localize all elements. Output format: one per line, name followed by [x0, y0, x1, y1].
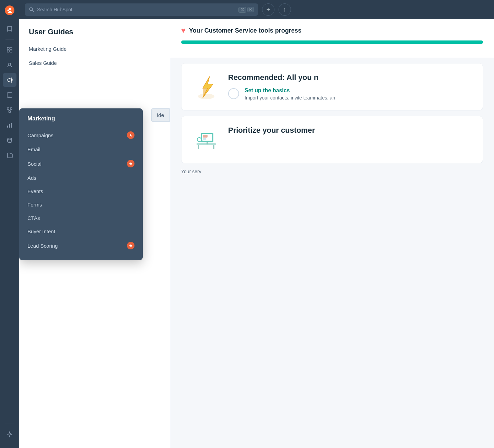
- svg-point-22: [8, 138, 12, 140]
- menu-item-events[interactable]: Events: [19, 185, 143, 198]
- progress-section: ♥ Your Customer Service tools progress: [170, 19, 494, 58]
- sidebar-item-files[interactable]: [3, 149, 16, 162]
- social-upgrade-badge: [127, 160, 134, 167]
- sidebar-item-automation[interactable]: [3, 103, 16, 117]
- heart-icon: ♥: [181, 26, 186, 35]
- step-circle-basics[interactable]: [228, 88, 239, 99]
- campaigns-label: Campaigns: [27, 132, 54, 138]
- search-bar[interactable]: ⌘ K: [25, 3, 258, 16]
- lightning-icon-area: [192, 73, 220, 101]
- card-inner-prioritize: Prioritize your customer: [192, 126, 472, 153]
- lightning-bolt-icon: [192, 73, 220, 101]
- progress-title-text: Your Customer Service tools progress: [189, 27, 302, 34]
- campaigns-upgrade-badge: [127, 131, 134, 139]
- svg-point-25: [198, 94, 214, 99]
- sidebar-item-reports[interactable]: [3, 118, 16, 132]
- social-label: Social: [27, 161, 42, 167]
- lead-scoring-upgrade-badge: [127, 242, 134, 249]
- user-guides-title: User Guides: [19, 27, 170, 42]
- svg-point-0: [5, 5, 14, 15]
- footer-text: Your serv: [170, 169, 494, 180]
- sidebar-item-marketing[interactable]: [3, 73, 16, 87]
- menu-item-lead-scoring[interactable]: Lead Scoring: [19, 238, 143, 253]
- svg-rect-13: [10, 108, 12, 109]
- svg-rect-35: [203, 138, 206, 140]
- events-label: Events: [27, 188, 43, 194]
- svg-rect-29: [197, 143, 216, 145]
- hubspot-logo[interactable]: [3, 4, 16, 16]
- menu-item-email[interactable]: Email: [19, 143, 143, 156]
- prioritize-title: Prioritize your customer: [228, 126, 472, 135]
- svg-rect-5: [10, 50, 12, 52]
- menu-item-buyer-intent[interactable]: Buyer Intent: [19, 225, 143, 238]
- menu-item-forms[interactable]: Forms: [19, 198, 143, 211]
- svg-point-37: [197, 138, 201, 142]
- svg-rect-21: [11, 123, 12, 128]
- marketing-menu: Marketing Campaigns Email Social Ads E: [19, 108, 143, 260]
- step-title-basics: Set up the basics: [245, 87, 472, 94]
- keyboard-shortcut-badge: ⌘ K: [238, 7, 254, 13]
- progress-bar-fill: [181, 40, 483, 44]
- sidebar-item-content[interactable]: [3, 88, 16, 102]
- menu-item-ctas[interactable]: CTAs: [19, 211, 143, 225]
- svg-rect-2: [7, 47, 9, 49]
- svg-rect-30: [198, 145, 199, 149]
- lead-scoring-label: Lead Scoring: [27, 243, 58, 249]
- sidebar-item-contacts[interactable]: [3, 58, 16, 72]
- card-content-recommended: Recommended: All you n Set up the basics…: [228, 73, 472, 101]
- svg-point-6: [9, 63, 11, 65]
- progress-bar-container: [181, 40, 483, 44]
- ads-label: Ads: [27, 175, 36, 181]
- svg-rect-36: [207, 142, 208, 144]
- svg-line-24: [32, 10, 34, 12]
- svg-rect-20: [9, 124, 10, 128]
- progress-title: ♥ Your Customer Service tools progress: [181, 26, 483, 35]
- svg-rect-34: [203, 135, 208, 138]
- svg-rect-14: [9, 111, 11, 113]
- sidebar-item-ai[interactable]: [3, 427, 16, 441]
- sidebar-item-dashboard[interactable]: [3, 43, 16, 57]
- marketing-guide-link[interactable]: Marketing Guide: [19, 42, 170, 56]
- add-button[interactable]: +: [262, 3, 274, 16]
- recommended-title: Recommended: All you n: [228, 73, 472, 82]
- main-area: User Guides Marketing Guide Sales Guide …: [19, 19, 494, 448]
- k-key: K: [247, 7, 254, 12]
- step-text-basics: Set up the basics Import your contacts, …: [245, 87, 472, 101]
- menu-item-campaigns[interactable]: Campaigns: [19, 128, 143, 143]
- upload-button[interactable]: ↑: [279, 3, 291, 16]
- sidebar-divider-2: [5, 424, 14, 424]
- card-content-prioritize: Prioritize your customer: [228, 126, 472, 138]
- sales-guide-link[interactable]: Sales Guide: [19, 56, 170, 70]
- topbar: ⌘ K + ↑: [19, 0, 494, 19]
- desk-monitor-icon: [192, 126, 220, 153]
- prioritize-card: Prioritize your customer: [181, 116, 483, 163]
- sidebar-item-data[interactable]: [3, 133, 16, 147]
- recommended-card: Recommended: All you n Set up the basics…: [181, 63, 483, 110]
- cards-area: Recommended: All you n Set up the basics…: [170, 58, 494, 169]
- svg-rect-3: [10, 47, 12, 49]
- desk-icon-area: [192, 126, 220, 153]
- search-input[interactable]: [37, 7, 236, 12]
- user-guides-panel: User Guides Marketing Guide Sales Guide …: [19, 19, 170, 448]
- ctas-label: CTAs: [27, 215, 40, 221]
- svg-rect-31: [213, 145, 214, 149]
- svg-point-7: [11, 79, 12, 81]
- menu-item-ads[interactable]: Ads: [19, 171, 143, 185]
- content-area: ♥ Your Customer Service tools progress: [170, 19, 494, 448]
- marketing-menu-title: Marketing: [19, 115, 143, 128]
- card-inner-recommended: Recommended: All you n Set up the basics…: [192, 73, 472, 101]
- buyer-intent-label: Buyer Intent: [27, 228, 55, 234]
- menu-item-social[interactable]: Social: [19, 156, 143, 171]
- svg-rect-4: [7, 50, 9, 52]
- email-label: Email: [27, 146, 40, 152]
- sidebar: [0, 0, 19, 448]
- cmd-key: ⌘: [238, 7, 246, 13]
- svg-rect-12: [7, 108, 9, 109]
- ide-button[interactable]: ide: [151, 108, 170, 122]
- sidebar-divider-1: [5, 39, 14, 39]
- svg-point-1: [8, 10, 9, 11]
- sidebar-item-bookmark[interactable]: [3, 22, 16, 36]
- step-row-basics: Set up the basics Import your contacts, …: [228, 87, 472, 101]
- svg-rect-19: [7, 126, 8, 128]
- step-desc-basics: Import your contacts, invite teammates, …: [245, 95, 472, 101]
